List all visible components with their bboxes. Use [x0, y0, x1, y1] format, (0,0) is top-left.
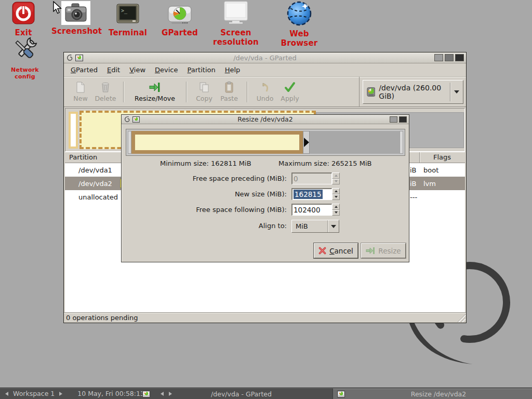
resize-move-button[interactable]: Resize/Move [129, 79, 181, 105]
device-selector-area: /dev/vda (260.00 GiB) [359, 77, 466, 107]
gparted-mini-icon [337, 391, 345, 397]
menu-help[interactable]: Help [220, 64, 245, 75]
spin-up-icon [335, 206, 338, 208]
cancel-button[interactable]: Cancel [314, 243, 358, 258]
taskbar-item-gparted[interactable]: /dev/vda - GParted [138, 389, 332, 399]
hard-disk-icon [367, 86, 376, 98]
desktop-icon-gparted[interactable]: GParted [157, 1, 202, 37]
free-space-preceding-input: 0 [291, 172, 332, 184]
spin-up-icon [335, 175, 338, 177]
icon-label: GParted [157, 28, 202, 37]
size-tail: iB [410, 180, 417, 188]
new-document-icon [75, 81, 86, 94]
new-size-spinner[interactable] [332, 188, 340, 200]
workspace-label: Workspace 1 [13, 390, 55, 397]
workspace-next-arrow[interactable] [59, 392, 62, 396]
left-resize-handle[interactable] [128, 131, 131, 154]
menu-gparted[interactable]: GParted [66, 64, 102, 75]
free-space-preceding-row: Free space preceding (MiB): 0 [122, 172, 409, 185]
paste-button[interactable]: Paste [217, 79, 242, 105]
desktop-icon-exit[interactable]: Exit [7, 1, 39, 37]
window-title: /dev/vda - GParted [64, 54, 466, 62]
free-space-following-input[interactable]: 102400 [291, 204, 332, 216]
delete-button[interactable]: Delete [93, 79, 118, 105]
header-partition[interactable]: Partition [69, 153, 97, 161]
toolbar-separator [247, 82, 247, 102]
flags-cell: lvm [423, 180, 436, 188]
terminal-icon: >_ [116, 4, 139, 25]
power-icon [11, 1, 35, 25]
resize-move-icon [149, 81, 161, 94]
undo-button[interactable]: Undo [252, 79, 277, 105]
partition-block-vda1[interactable] [69, 112, 78, 149]
resize-button[interactable]: Resize [361, 243, 406, 258]
device-selector[interactable]: /dev/vda (260.00 GiB) [363, 80, 463, 104]
resize-arrow-icon [366, 247, 375, 255]
free-space-following-spinner[interactable] [332, 204, 340, 216]
desktop-icon-network-config[interactable]: Network config [1, 36, 49, 80]
right-edge-strip [400, 131, 403, 154]
spin-down-button[interactable] [332, 194, 340, 201]
icon-selected-bg [61, 1, 90, 25]
menu-view[interactable]: View [125, 64, 150, 75]
resize-grip[interactable] [457, 313, 466, 322]
partition-area[interactable] [131, 131, 303, 154]
align-to-row: Align to: MiB [122, 220, 409, 232]
dialog-title: Resize /dev/vda2 [122, 115, 409, 123]
chevron-down-icon [331, 225, 336, 228]
desktop-icon-terminal[interactable]: >_ Terminal [105, 1, 151, 37]
chevron-down-icon [454, 90, 459, 94]
gparted-mini-icon [142, 391, 150, 397]
spin-up-button[interactable] [332, 188, 340, 194]
spin-up-button[interactable] [332, 204, 340, 210]
icon-label: Screenshot [51, 26, 100, 36]
spin-down-icon [335, 180, 338, 182]
icon-label: Web Browser [272, 29, 327, 48]
paste-icon [223, 81, 235, 94]
toolbar: New Delete Resize/Move Copy [64, 77, 466, 107]
copy-button[interactable]: Copy [192, 79, 217, 105]
gparted-icon [167, 5, 192, 25]
icon-label: Screen resolution [201, 28, 271, 47]
svg-text:>_: >_ [121, 8, 128, 14]
camera-icon [63, 3, 88, 23]
dialog-titlebar[interactable]: Resize /dev/vda2 [122, 115, 409, 124]
desktop-icon-web-browser[interactable]: Web Browser [272, 1, 327, 48]
statusbar: 0 operations pending [64, 312, 466, 323]
menubar: GParted Edit View Device Partition Help [64, 63, 466, 77]
workspace-prev-arrow[interactable] [5, 392, 8, 396]
resize-slider-widget [126, 129, 405, 156]
spin-up-icon [335, 190, 338, 192]
combo-divider [450, 83, 450, 101]
minimum-size: Minimum size: 162811 MiB [160, 159, 251, 167]
taskbar: Workspace 1 10 May, Fri 00:58:13 /dev/vd… [0, 388, 532, 399]
align-to-dropdown[interactable]: MiB [291, 220, 339, 233]
apply-button[interactable]: Apply [277, 79, 302, 105]
flags-cell: boot [423, 166, 438, 174]
device-label: /dev/vda (260.00 GiB) [379, 84, 446, 100]
new-size-input[interactable]: 162815 [291, 188, 332, 200]
size-tail: --- [410, 193, 417, 201]
desktop-icon-screenshot[interactable]: Screenshot [51, 1, 100, 36]
trash-icon [100, 81, 111, 94]
free-space-area [310, 131, 400, 154]
free-space-following-row: Free space following (MiB): 102400 [122, 204, 409, 216]
spin-down-button[interactable] [332, 210, 340, 216]
menu-partition[interactable]: Partition [183, 64, 220, 75]
clock: 10 May, Fri 00:58:13 [77, 390, 144, 397]
new-button[interactable]: New [68, 79, 93, 105]
copy-icon [198, 81, 210, 94]
handle-arrow-icon [304, 138, 309, 147]
spin-down-icon [335, 196, 338, 198]
right-resize-handle[interactable] [303, 131, 310, 154]
window-titlebar[interactable]: /dev/vda - GParted [64, 52, 466, 63]
menu-edit[interactable]: Edit [102, 64, 125, 75]
header-flags[interactable]: Flags [420, 153, 464, 161]
size-tail: iB [410, 166, 417, 174]
taskbar-item-resize-dialog[interactable]: Resize /dev/vda2 [332, 389, 532, 399]
icon-label: Network config [1, 66, 49, 80]
desktop-icon-screen-resolution[interactable]: Screen resolution [201, 1, 271, 47]
free-space-preceding-spinner [332, 172, 340, 184]
menu-device[interactable]: Device [150, 64, 182, 75]
spin-down-icon [335, 211, 338, 214]
